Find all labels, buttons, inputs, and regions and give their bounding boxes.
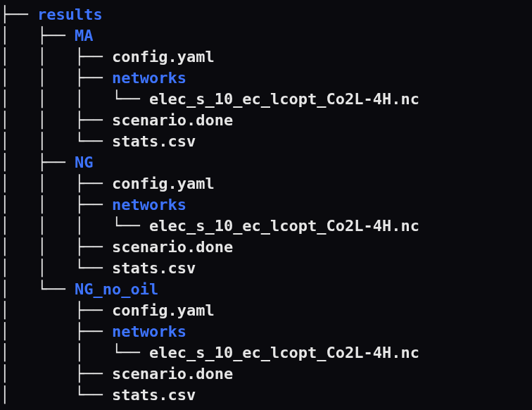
file-network: elec_s_10_ec_lcopt_Co2L-4H.nc — [149, 217, 419, 235]
tree-branch: │ │ │ └── — [0, 217, 149, 235]
tree-branch: │ │ └── — [0, 132, 112, 150]
tree-branch: │ │ │ └── — [0, 90, 149, 108]
file-network: elec_s_10_ec_lcopt_Co2L-4H.nc — [149, 90, 419, 108]
file-entry: scenario.done — [112, 111, 233, 129]
tree-branch: │ ├── — [0, 323, 112, 340]
tree-branch: │ │ ├── — [0, 48, 112, 66]
tree-branch: │ │ ├── — [0, 238, 112, 256]
tree-branch: │ │ ├── — [0, 175, 112, 192]
tree-branch: │ └── — [0, 280, 75, 298]
dir-networks: networks — [112, 69, 186, 87]
file-entry: stats.csv — [112, 386, 196, 404]
file-entry: config.yaml — [112, 175, 215, 192]
file-entry: config.yaml — [112, 302, 215, 319]
dir-scenario: NG — [75, 154, 94, 171]
dir-networks: networks — [112, 323, 186, 340]
tree-branch: │ ├── — [0, 302, 112, 319]
file-network: elec_s_10_ec_lcopt_Co2L-4H.nc — [149, 344, 419, 361]
file-entry: stats.csv — [112, 259, 196, 277]
tree-output: ├── results│ ├── MA│ │ ├── config.yaml│ … — [0, 0, 532, 406]
tree-branch: │ │ ├── — [0, 111, 112, 129]
tree-branch: │ │ ├── — [0, 196, 112, 213]
dir-results: results — [37, 6, 103, 23]
tree-branch: │ └── — [0, 386, 112, 404]
tree-branch: │ │ └── — [0, 259, 112, 277]
tree-branch: │ ├── — [0, 365, 112, 383]
tree-branch: ├── — [0, 6, 37, 23]
tree-branch: │ │ └── — [0, 344, 149, 361]
tree-branch: │ ├── — [0, 27, 75, 44]
file-entry: scenario.done — [112, 365, 233, 383]
dir-networks: networks — [112, 196, 186, 213]
dir-scenario: MA — [75, 27, 94, 44]
dir-scenario: NG_no_oil — [75, 280, 158, 298]
file-entry: config.yaml — [112, 48, 215, 66]
tree-branch: │ ├── — [0, 154, 75, 171]
file-entry: scenario.done — [112, 238, 233, 256]
tree-branch: │ │ ├── — [0, 69, 112, 87]
file-entry: stats.csv — [112, 132, 196, 150]
